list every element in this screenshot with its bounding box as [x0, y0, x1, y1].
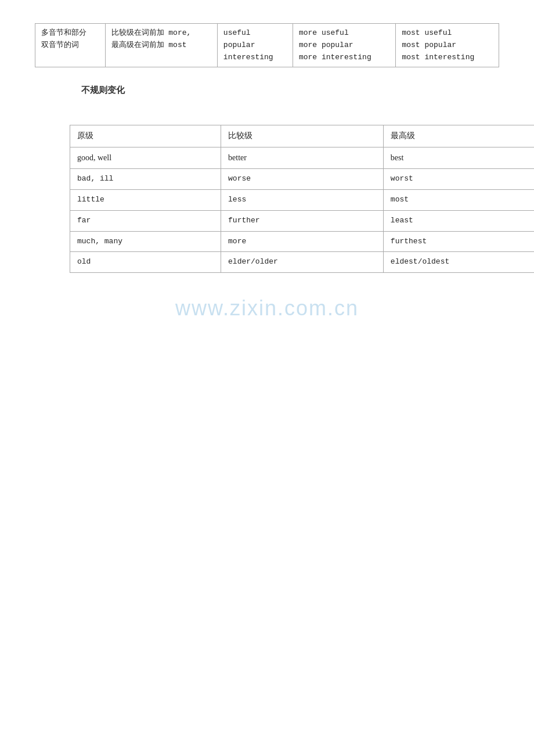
irregular-cell-1-0: bad, ill [70, 169, 221, 190]
watermark: www.zixin.com.cn [35, 296, 499, 321]
table-row: bad, illworseworst [70, 169, 535, 190]
top-table: 多音节和部分 双音节的词 比较级在词前加 more, 最高级在词前加 most … [35, 23, 499, 67]
top-table-cell-1: 多音节和部分 双音节的词 [35, 24, 106, 67]
header-col-3: 最高级 [383, 125, 534, 147]
irregular-cell-1-2: worst [383, 169, 534, 190]
irregular-cell-4-0: much, many [70, 231, 221, 252]
irregular-cell-2-2: most [383, 189, 534, 210]
table-row: 多音节和部分 双音节的词 比较级在词前加 more, 最高级在词前加 most … [35, 24, 499, 67]
irregular-cell-5-1: elder/older [221, 252, 384, 273]
irregular-cell-3-1: further [221, 210, 384, 231]
section-title: 不规则变化 [81, 85, 499, 96]
top-table-cell-5: most useful most popular most interestin… [396, 24, 499, 67]
header-col-2: 比较级 [221, 125, 384, 147]
irregular-cell-0-1: better [221, 147, 384, 168]
table-row: littlelessmost [70, 189, 535, 210]
header-col-1: 原级 [70, 125, 221, 147]
table-row: much, manymorefurthest [70, 231, 535, 252]
top-table-section: 多音节和部分 双音节的词 比较级在词前加 more, 最高级在词前加 most … [35, 23, 499, 67]
irregular-cell-4-1: more [221, 231, 384, 252]
top-table-cell-3: useful popular interesting [217, 24, 293, 67]
irregular-table-header-row: 原级 比较级 最高级 [70, 125, 535, 147]
irregular-cell-5-2: eldest/oldest [383, 252, 534, 273]
irregular-cell-0-0: good, well [70, 147, 221, 168]
top-table-cell-4: more useful more popular more interestin… [293, 24, 396, 67]
irregular-table: 原级 比较级 最高级 good, wellbetterbestbad, illw… [70, 125, 534, 273]
irregular-cell-2-1: less [221, 189, 384, 210]
irregular-cell-4-2: furthest [383, 231, 534, 252]
irregular-cell-3-0: far [70, 210, 221, 231]
top-table-cell-2: 比较级在词前加 more, 最高级在词前加 most [105, 24, 217, 67]
table-row: oldelder/oldereldest/oldest [70, 252, 535, 273]
table-row: farfurtherleast [70, 210, 535, 231]
irregular-cell-5-0: old [70, 252, 221, 273]
irregular-cell-3-2: least [383, 210, 534, 231]
irregular-cell-1-1: worse [221, 169, 384, 190]
irregular-cell-2-0: little [70, 189, 221, 210]
irregular-cell-0-2: best [383, 147, 534, 168]
table-row: good, wellbetterbest [70, 147, 535, 168]
